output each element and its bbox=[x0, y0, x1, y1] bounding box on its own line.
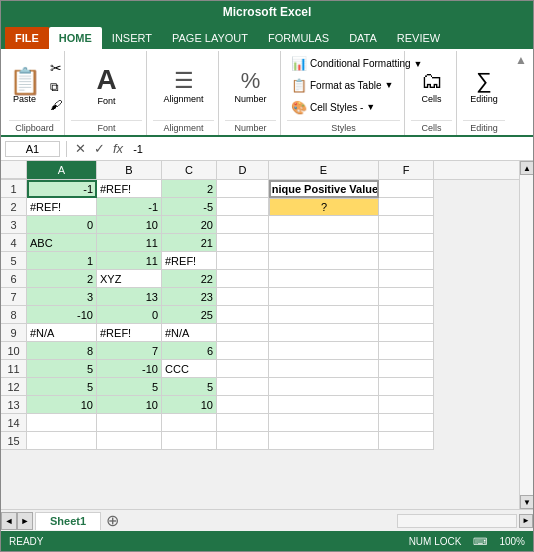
add-sheet-button[interactable]: ⊕ bbox=[103, 512, 121, 530]
row-header[interactable]: 11 bbox=[1, 360, 27, 378]
list-item[interactable] bbox=[269, 396, 379, 414]
list-item[interactable]: 20 bbox=[162, 216, 217, 234]
list-item[interactable]: -1 bbox=[97, 198, 162, 216]
number-button[interactable]: % Number bbox=[230, 66, 270, 106]
list-item[interactable] bbox=[217, 306, 269, 324]
list-item[interactable] bbox=[27, 414, 97, 432]
list-item[interactable] bbox=[269, 360, 379, 378]
tab-page-layout[interactable]: PAGE LAYOUT bbox=[162, 27, 258, 49]
conditional-formatting-button[interactable]: 📊 Conditional Formatting ▼ bbox=[287, 55, 400, 72]
list-item[interactable]: 1 bbox=[27, 252, 97, 270]
list-item[interactable]: 6 bbox=[162, 342, 217, 360]
col-header-f[interactable]: F bbox=[379, 161, 434, 179]
list-item[interactable] bbox=[379, 324, 434, 342]
list-item[interactable]: #REF! bbox=[162, 252, 217, 270]
list-item[interactable]: 0 bbox=[27, 216, 97, 234]
insert-function-icon[interactable]: fx bbox=[111, 141, 125, 156]
list-item[interactable]: CCC bbox=[162, 360, 217, 378]
list-item[interactable]: 10 bbox=[162, 396, 217, 414]
format-painter-button[interactable]: 🖌 bbox=[47, 97, 65, 113]
font-button[interactable]: A Font bbox=[90, 63, 122, 108]
list-item[interactable] bbox=[269, 288, 379, 306]
list-item[interactable]: 5 bbox=[162, 378, 217, 396]
cells-button[interactable]: 🗂 Cells bbox=[417, 66, 447, 106]
list-item[interactable]: 5 bbox=[27, 378, 97, 396]
list-item[interactable] bbox=[379, 342, 434, 360]
list-item[interactable] bbox=[217, 198, 269, 216]
right-scrollbar[interactable]: ▲ ▼ bbox=[519, 161, 533, 509]
list-item[interactable]: -5 bbox=[162, 198, 217, 216]
list-item[interactable] bbox=[162, 432, 217, 450]
list-item[interactable] bbox=[379, 360, 434, 378]
col-header-b[interactable]: B bbox=[97, 161, 162, 179]
row-header[interactable]: 7 bbox=[1, 288, 27, 306]
list-item[interactable]: 5 bbox=[97, 378, 162, 396]
list-item[interactable] bbox=[379, 252, 434, 270]
list-item[interactable]: #REF! bbox=[97, 324, 162, 342]
list-item[interactable]: 0 bbox=[97, 306, 162, 324]
tab-file[interactable]: FILE bbox=[5, 27, 49, 49]
horizontal-scroll-track[interactable] bbox=[397, 514, 517, 528]
list-item[interactable] bbox=[269, 270, 379, 288]
tab-review[interactable]: REVIEW bbox=[387, 27, 450, 49]
list-item[interactable] bbox=[217, 270, 269, 288]
list-item[interactable] bbox=[379, 234, 434, 252]
list-item[interactable]: 2 bbox=[27, 270, 97, 288]
list-item[interactable] bbox=[217, 252, 269, 270]
list-item[interactable] bbox=[269, 252, 379, 270]
formula-input[interactable] bbox=[129, 143, 529, 155]
row-header[interactable]: 15 bbox=[1, 432, 27, 450]
list-item[interactable]: 11 bbox=[97, 234, 162, 252]
list-item[interactable] bbox=[97, 432, 162, 450]
list-item[interactable]: 2 bbox=[162, 180, 217, 198]
confirm-formula-icon[interactable]: ✓ bbox=[92, 141, 107, 156]
tab-insert[interactable]: INSERT bbox=[102, 27, 162, 49]
list-item[interactable] bbox=[97, 414, 162, 432]
cell-styles-button[interactable]: 🎨 Cell Styles - ▼ bbox=[287, 99, 400, 116]
list-item[interactable] bbox=[217, 288, 269, 306]
list-item[interactable] bbox=[379, 378, 434, 396]
row-header[interactable]: 10 bbox=[1, 342, 27, 360]
list-item[interactable]: -1 bbox=[27, 180, 97, 198]
list-item[interactable] bbox=[379, 180, 434, 198]
list-item[interactable] bbox=[217, 342, 269, 360]
list-item[interactable] bbox=[379, 306, 434, 324]
scroll-right-end-button[interactable]: ► bbox=[519, 514, 533, 528]
list-item[interactable] bbox=[269, 378, 379, 396]
list-item[interactable] bbox=[217, 432, 269, 450]
row-header[interactable]: 6 bbox=[1, 270, 27, 288]
list-item[interactable]: 13 bbox=[97, 288, 162, 306]
col-header-c[interactable]: C bbox=[162, 161, 217, 179]
tab-data[interactable]: DATA bbox=[339, 27, 387, 49]
list-item[interactable] bbox=[269, 324, 379, 342]
scroll-up-button[interactable]: ▲ bbox=[520, 161, 533, 175]
list-item[interactable]: #REF! bbox=[27, 198, 97, 216]
list-item[interactable]: 25 bbox=[162, 306, 217, 324]
cancel-formula-icon[interactable]: ✕ bbox=[73, 141, 88, 156]
list-item[interactable]: Unique Positive Values bbox=[269, 180, 379, 198]
list-item[interactable] bbox=[379, 198, 434, 216]
list-item[interactable] bbox=[217, 414, 269, 432]
tab-formulas[interactable]: FORMULAS bbox=[258, 27, 339, 49]
row-header[interactable]: 4 bbox=[1, 234, 27, 252]
ribbon-collapse-button[interactable]: ▲ bbox=[513, 51, 529, 69]
list-item[interactable]: ABC bbox=[27, 234, 97, 252]
row-header[interactable]: 1 bbox=[1, 180, 27, 198]
row-header[interactable]: 2 bbox=[1, 198, 27, 216]
list-item[interactable] bbox=[217, 180, 269, 198]
cell-reference-input[interactable] bbox=[5, 141, 60, 157]
list-item[interactable] bbox=[269, 342, 379, 360]
list-item[interactable] bbox=[269, 216, 379, 234]
row-header[interactable]: 9 bbox=[1, 324, 27, 342]
list-item[interactable]: 21 bbox=[162, 234, 217, 252]
scroll-right-button[interactable]: ► bbox=[17, 512, 33, 530]
scroll-down-button[interactable]: ▼ bbox=[520, 495, 533, 509]
list-item[interactable] bbox=[379, 216, 434, 234]
list-item[interactable] bbox=[217, 396, 269, 414]
list-item[interactable] bbox=[217, 378, 269, 396]
copy-button[interactable]: ⧉ bbox=[47, 79, 65, 95]
list-item[interactable]: #REF! bbox=[97, 180, 162, 198]
list-item[interactable] bbox=[217, 234, 269, 252]
paste-button[interactable]: 📋 Paste bbox=[5, 66, 45, 106]
list-item[interactable] bbox=[27, 432, 97, 450]
